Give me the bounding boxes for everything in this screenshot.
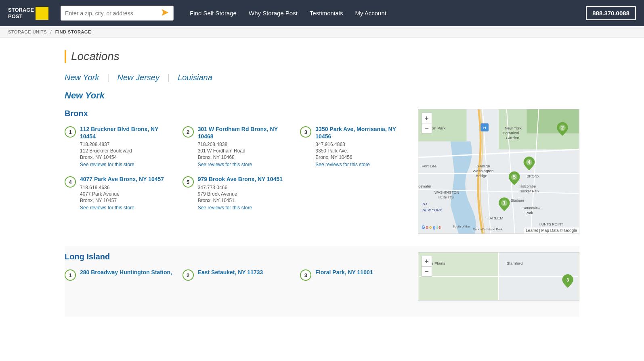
long-island-location-3-name[interactable]: Floral Park, NY 11001 [315,269,373,276]
svg-text:3: 3 [566,277,569,283]
svg-text:Soundview: Soundview [523,206,541,210]
bronx-location-5-info: 979 Brook Ave Bronx, NY 10451 347.773.04… [198,175,283,210]
svg-text:NJ: NJ [422,202,427,206]
bronx-location-2-name[interactable]: 301 W Fordham Rd Bronx, NY 10468 [198,125,292,140]
region-tab-new-york[interactable]: New York [65,73,107,82]
nav-why-storage[interactable]: Why Storage Post [249,10,298,17]
bronx-location-5: 5 979 Brook Ave Bronx, NY 10451 347.773.… [183,175,292,210]
region-divider-1: | [107,73,109,82]
bronx-map-zoom-out[interactable]: − [422,123,432,134]
main-nav: Find Self Storage Why Storage Post Testi… [190,10,578,17]
bronx-location-2-reviews[interactable]: See reviews for this store [198,162,292,167]
bronx-location-5-address1: 979 Brook Avenue [198,191,283,197]
svg-text:HUNTS POINT: HUNTS POINT [539,222,563,226]
long-island-location-1: 1 280 Broadway Huntington Station, [65,269,174,281]
bronx-location-4-name[interactable]: 4077 Park Ave Bronx, NY 10457 [80,175,164,183]
bronx-map-zoom-in[interactable]: + [422,113,432,123]
bronx-location-1-number: 1 [65,126,76,138]
bronx-location-2-number: 2 [183,126,194,138]
bronx-location-1-name[interactable]: 112 Bruckner Blvd Bronx, NY 10454 [80,125,174,140]
bronx-location-5-reviews[interactable]: See reviews for this store [198,205,283,211]
svg-text:Bridge: Bridge [476,173,487,178]
svg-text:Garden: Garden [506,136,519,140]
breadcrumb: STORAGE UNITS / FIND STORAGE [0,26,644,38]
bronx-location-4-reviews[interactable]: See reviews for this store [80,205,164,211]
long-island-location-2-number: 2 [183,269,194,281]
bronx-location-5-name[interactable]: 979 Brook Ave Bronx, NY 10451 [198,175,283,183]
bronx-location-5-phone: 347.773.0466 [198,185,283,190]
svg-text:H: H [483,125,486,130]
svg-text:Holcombe: Holcombe [520,184,536,188]
long-island-map[interactable]: White Plains Stamford 3 + − [418,252,579,300]
bronx-location-3-reviews[interactable]: See reviews for this store [315,162,410,167]
long-island-location-1-info: 280 Broadway Huntington Station, [80,269,172,276]
svg-text:South of the: South of the [453,225,470,228]
long-island-location-2-name[interactable]: East Setauket, NY 11733 [198,269,263,276]
state-heading: New York [65,90,579,101]
bronx-location-4-address2: Bronx, NY 10457 [80,198,164,203]
long-island-location-3-number: 3 [300,269,311,281]
bronx-location-4: 4 4077 Park Ave Bronx, NY 10457 718.619.… [65,175,174,210]
page-title-wrapper: Locations [65,50,579,63]
svg-text:HEIGHTS: HEIGHTS [438,195,454,199]
region-tabs: New York | New Jersey | Louisiana [65,73,579,82]
long-island-map-zoom-in[interactable]: + [422,256,432,266]
bronx-location-1-reviews[interactable]: See reviews for this store [80,162,174,167]
nav-testimonials[interactable]: Testimonials [310,10,343,17]
long-island-location-1-name[interactable]: 280 Broadway Huntington Station, [80,269,172,276]
long-island-map-zoom-out[interactable]: − [422,266,432,277]
main-content: Locations New York | New Jersey | Louisi… [0,38,644,329]
breadcrumb-current: FIND STORAGE [55,29,91,34]
svg-text:o: o [426,225,428,230]
bronx-location-2-address1: 301 W Fordham Road [198,148,292,154]
bronx-location-3-address1: 3350 Park Ave. [315,148,410,154]
svg-text:New York: New York [505,126,522,130]
bronx-location-2-info: 301 W Fordham Rd Bronx, NY 10468 718.208… [198,125,292,167]
long-island-locations-list: Long Island 1 280 Broadway Huntington St… [65,252,410,300]
breadcrumb-storage-units[interactable]: STORAGE UNITS [8,29,47,34]
bronx-map-svg: Hudson Park New York Botanical Garden Fo… [418,109,579,234]
svg-text:o: o [429,225,432,230]
bronx-location-5-address2: Bronx, NY 10451 [198,198,283,203]
long-island-location-3: 3 Floral Park, NY 11001 [300,269,410,281]
svg-text:1: 1 [503,200,506,206]
search-input[interactable] [65,10,159,17]
svg-text:George: George [476,164,490,168]
bronx-location-3: 3 3350 Park Ave, Morrisania, NY 10456 34… [300,125,410,167]
svg-text:G: G [422,225,425,230]
bronx-location-3-name[interactable]: 3350 Park Ave, Morrisania, NY 10456 [315,125,410,140]
bronx-location-4-phone: 718.619.4636 [80,185,164,190]
svg-text:WASHINGTON: WASHINGTON [434,190,459,194]
bronx-location-5-number: 5 [183,176,194,188]
region-tab-new-jersey[interactable]: New Jersey [117,73,167,82]
long-island-map-svg: White Plains Stamford 3 [418,252,579,300]
bronx-location-3-number: 3 [300,126,311,138]
page-title: Locations [71,50,120,63]
long-island-location-2: 2 East Setauket, NY 11733 [183,269,292,281]
svg-text:gewater: gewater [418,184,431,188]
breadcrumb-separator: / [50,29,52,34]
svg-marker-0 [162,9,169,16]
svg-text:Fort Lee: Fort Lee [422,164,436,168]
nav-find-storage[interactable]: Find Self Storage [190,10,237,17]
bronx-location-3-info: 3350 Park Ave, Morrisania, NY 10456 347.… [315,125,410,167]
svg-rect-4 [527,109,579,134]
logo-box-icon [36,7,48,20]
svg-text:Stamford: Stamford [507,261,523,265]
bronx-location-1: 1 112 Bruckner Blvd Bronx, NY 10454 718.… [65,125,174,167]
svg-text:e: e [438,225,441,230]
long-island-map-controls: + − [422,256,432,277]
svg-text:Washington: Washington [472,169,493,173]
send-icon [161,8,169,17]
svg-text:g: g [433,225,436,230]
bronx-locations-list: Bronx 1 112 Bruckner Blvd Bronx, NY 1045… [65,109,410,234]
phone-button[interactable]: 888.370.0088 [586,6,636,20]
bronx-location-4-info: 4077 Park Ave Bronx, NY 10457 718.619.46… [80,175,164,210]
nav-my-account[interactable]: My Account [355,10,386,17]
search-submit-button[interactable] [161,8,169,18]
region-tab-louisiana[interactable]: Louisiana [178,73,220,82]
logo[interactable]: STORAGEPOST [8,7,48,20]
bronx-map[interactable]: Hudson Park New York Botanical Garden Fo… [418,109,579,234]
bronx-location-2-phone: 718.208.4838 [198,142,292,147]
svg-text:Stadium: Stadium [511,198,524,202]
